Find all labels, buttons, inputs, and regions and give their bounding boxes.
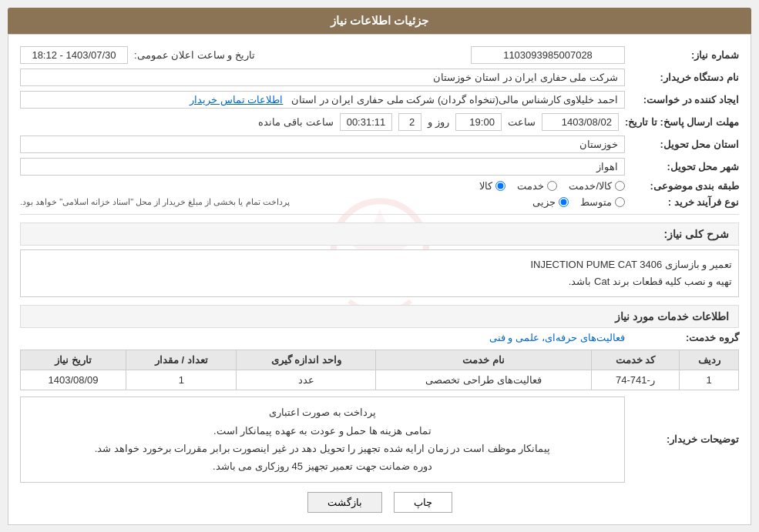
- buyer-notes-row: توضیحات خریدار: پرداخت به صورت اعتباری ت…: [20, 396, 739, 483]
- print-button[interactable]: چاپ: [394, 492, 452, 513]
- radio-goods[interactable]: کالا: [479, 180, 505, 192]
- page-title: جزئیات اطلاعات نیاز: [331, 14, 428, 27]
- radio-goods-service[interactable]: کالا/خدمت: [569, 180, 625, 192]
- page-header: جزئیات اطلاعات نیاز: [8, 8, 751, 34]
- service-table: ردیف کد خدمت نام خدمت واحد اندازه گیری ت…: [20, 350, 739, 390]
- creator-row: ایجاد کننده در خواست: احمد خلیلاوی کارشن…: [20, 91, 739, 109]
- remaining-value: 00:31:11: [340, 113, 393, 131]
- city-row: شهر محل تحویل: اهواز: [20, 158, 739, 176]
- buyer-org-row: نام دستگاه خریدار: شرکت ملی حفاری ایران …: [20, 69, 739, 86]
- purchase-type-label: نوع فرآیند خرید :: [631, 196, 739, 208]
- category-row: طبقه بندی موضوعی: کالا/خدمت خدمت کالا: [20, 180, 739, 192]
- buyer-notes-line1: پرداخت به صورت اعتباری: [27, 403, 618, 421]
- need-desc-box: تعمیر و بازسازی INJECTION PUME CAT 3406 …: [20, 249, 739, 297]
- back-button[interactable]: بازگشت: [307, 492, 382, 513]
- cell-qty: 1: [126, 370, 237, 390]
- deadline-label: مهلت ارسال پاسخ: تا تاریخ:: [625, 116, 739, 128]
- service-group-label: گروه خدمت:: [631, 332, 739, 343]
- category-label: طبقه بندی موضوعی:: [631, 180, 739, 192]
- col-name: نام خدمت: [376, 350, 591, 370]
- buyer-org-label: نام دستگاه خریدار:: [631, 72, 739, 83]
- days-value: 2: [398, 113, 421, 131]
- buyer-notes-line2: تمامی هزینه ها حمل و عودت به عهده پیمانک…: [27, 422, 618, 440]
- creator-value: احمد خلیلاوی کارشناس مالی(تنخواه گردان) …: [20, 91, 625, 109]
- deadline-date: 1403/08/02: [542, 113, 619, 131]
- city-label: شهر محل تحویل:: [631, 161, 739, 172]
- city-value: اهواز: [20, 158, 625, 176]
- buyer-notes-line3: پیمانکار موظف است در زمان ارایه شده تجهی…: [27, 440, 618, 457]
- need-desc-row: تعمیر و بازسازی INJECTION PUME CAT 3406 …: [20, 249, 739, 297]
- action-buttons: چاپ بازگشت: [20, 492, 739, 513]
- need-desc-line2: تهیه و نصب کلیه قطعات برند Cat باشد.: [27, 273, 732, 290]
- col-code: کد خدمت: [591, 350, 680, 370]
- category-radio-group: کالا/خدمت خدمت کالا: [20, 180, 625, 192]
- cell-row: 1: [680, 370, 739, 390]
- buyer-notes-line4: دوره ضمانت جهت تعمیر تجهیز 45 روزکاری می…: [27, 457, 618, 475]
- public-time-label: تاریخ و ساعت اعلان عمومی:: [134, 49, 255, 61]
- need-number-value: 1103093985007028: [471, 46, 625, 64]
- creator-contact-link[interactable]: اطلاعات تماس خریدار: [190, 94, 283, 105]
- purchase-type-radio-group: متوسط جزیی: [304, 196, 625, 208]
- purchase-note: پرداخت تمام یا بخشی از مبلغ خریدار از مح…: [20, 197, 290, 207]
- creator-label: ایجاد کننده در خواست:: [631, 94, 739, 105]
- time-label: ساعت: [508, 116, 536, 128]
- buyer-notes-box: پرداخت به صورت اعتباری تمامی هزینه ها حم…: [20, 396, 625, 483]
- radio-service[interactable]: خدمت: [517, 180, 557, 192]
- radio-partial[interactable]: جزیی: [532, 196, 569, 208]
- need-desc-header: شرح کلی نیاز:: [20, 223, 739, 246]
- province-row: استان محل تحویل: خوزستان: [20, 136, 739, 153]
- cell-date: 1403/08/09: [21, 370, 126, 390]
- col-qty: تعداد / مقدار: [126, 350, 237, 370]
- deadline-row: مهلت ارسال پاسخ: تا تاریخ: 1403/08/02 سا…: [20, 113, 739, 131]
- buyer-org-value: شرکت ملی حفاری ایران در استان خوزستان: [20, 69, 625, 86]
- col-row: ردیف: [680, 350, 739, 370]
- radio-medium[interactable]: متوسط: [580, 196, 625, 208]
- col-date: تاریخ نیاز: [21, 350, 126, 370]
- services-header: اطلاعات خدمات مورد نیاز: [20, 305, 739, 328]
- need-number-row: شماره نیاز: 1103093985007028 تاریخ و ساع…: [20, 46, 739, 64]
- need-number-label: شماره نیاز:: [631, 49, 739, 61]
- cell-code: ر-741-74: [591, 370, 680, 390]
- province-label: استان محل تحویل:: [631, 139, 739, 150]
- purchase-type-row: نوع فرآیند خرید : متوسط جزیی پرداخت تمام…: [20, 196, 739, 208]
- col-unit: واحد اندازه گیری: [237, 350, 376, 370]
- cell-unit: عدد: [237, 370, 376, 390]
- service-group-row: گروه خدمت: فعالیت‌های حرفه‌ای، علمی و فن…: [20, 332, 739, 343]
- remaining-label: ساعت باقی مانده: [258, 116, 333, 128]
- service-group-value[interactable]: فعالیت‌های حرفه‌ای، علمی و فنی: [489, 332, 625, 343]
- province-value: خوزستان: [20, 136, 625, 153]
- deadline-time: 19:00: [455, 113, 502, 131]
- public-time-value: 1403/07/30 - 18:12: [20, 46, 128, 64]
- buyer-notes-label: توضیحات خریدار:: [631, 433, 739, 445]
- cell-name: فعالیت‌های طراحی تخصصی: [376, 370, 591, 390]
- table-row: 1 ر-741-74 فعالیت‌های طراحی تخصصی عدد 1 …: [21, 370, 739, 390]
- need-desc-line1: تعمیر و بازسازی INJECTION PUME CAT 3406: [27, 256, 732, 273]
- days-label: روز و: [428, 116, 449, 128]
